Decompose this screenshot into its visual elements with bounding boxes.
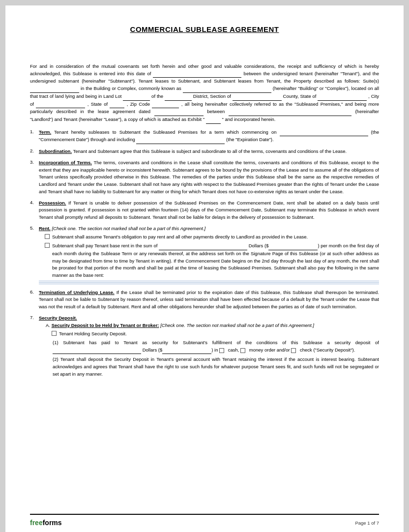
blue-line-3: [39, 284, 379, 284]
checkbox-money-order[interactable]: [240, 348, 245, 353]
checkbox-icon-a[interactable]: [45, 234, 50, 239]
section-4: 4. Possession. If Tenant is unable to de…: [30, 200, 379, 221]
freeforms-logo: freeforms: [30, 519, 62, 527]
document-title: COMMERCIAL SUBLEASE AGREEMENT: [30, 25, 379, 33]
document-page: COMMERCIAL SUBLEASE AGREEMENT For and in…: [5, 5, 404, 532]
intro-paragraph: For and in consideration of the mutual c…: [30, 63, 379, 124]
logo-free: free: [30, 519, 43, 527]
footer: freeforms Page 1 of 7: [30, 514, 379, 527]
section-5: 5. Rent. [Check one. The section not mar…: [30, 225, 379, 285]
security-sub-a: A. Security Deposit to be Held by Tenant…: [46, 322, 379, 378]
checkbox-cash[interactable]: [219, 348, 224, 353]
section-3: 3. Incorporation of Terms. The terms, co…: [30, 159, 379, 196]
section-7: 7. Security Deposit. A. Security Deposit…: [30, 315, 379, 378]
security-item-2: (2) Tenant shall deposit the Security De…: [53, 356, 379, 378]
checkbox-icon-tenant[interactable]: [52, 331, 57, 336]
logo-forms: forms: [43, 519, 62, 527]
tenant-holding-checkbox[interactable]: Tenant Holding Security Deposit.: [52, 330, 379, 338]
checkbox-check[interactable]: [291, 348, 296, 353]
page-number: Page 1 of 7: [355, 520, 379, 526]
blue-line-2: [39, 282, 379, 283]
checkbox-icon-b[interactable]: [45, 243, 50, 248]
section-6: 6. Termination of Underlying Lease. If t…: [30, 289, 379, 311]
section-2: 2. Subordination. Tenant and Subtenant a…: [30, 148, 379, 155]
rent-checkbox-a[interactable]: Subtenant shall assume Tenant's obligati…: [45, 234, 379, 241]
security-item-1: (1) Subtenant has paid to Tenant as secu…: [53, 339, 379, 354]
section-1: 1. Term. Tenant hereby subleases to Subt…: [30, 129, 379, 144]
rent-checkbox-b[interactable]: Subtenant shall pay Tenant base rent in …: [45, 242, 379, 279]
blue-line-1: [39, 281, 379, 281]
